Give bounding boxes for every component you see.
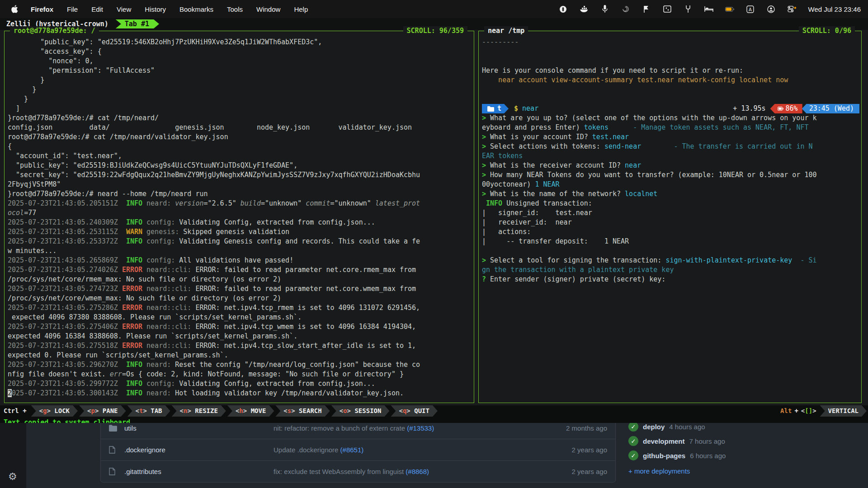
right-pane-title: near /tmp xyxy=(484,26,528,36)
terminal-line: config.json data/ genesis.json node_key.… xyxy=(8,123,473,132)
terminal-line: root@d778a97e59de:/# cat /tmp/neard/vali… xyxy=(8,132,473,142)
user-icon[interactable] xyxy=(767,5,776,14)
toggles-icon[interactable] xyxy=(788,5,797,14)
right-terminal-pane[interactable]: near /tmp SCROLL: 0/96 --------- Here is… xyxy=(478,31,862,403)
menu-help[interactable]: Help xyxy=(294,5,308,13)
terminal-line: ] xyxy=(8,104,473,113)
menu-bookmarks[interactable]: Bookmarks xyxy=(179,5,213,13)
terminal-line: 2025-07-23T21:43:05.240309Z INFO config:… xyxy=(8,218,473,227)
docker-icon[interactable] xyxy=(580,5,589,14)
terminal-line xyxy=(482,47,860,56)
left-terminal-pane[interactable]: root@d778a97e59de: / SCROLL: 96/359 "pub… xyxy=(4,31,474,403)
terminal-line: }root@d778a97e59de:/# neard --home /tmp/… xyxy=(8,189,473,199)
terminal-line: EAR tokens xyxy=(482,151,860,161)
keybind-move: <h> MOVE xyxy=(227,405,274,417)
prompt-dollar: $ xyxy=(514,104,518,113)
check-icon: ✓ xyxy=(628,436,638,446)
menu-edit[interactable]: Edit xyxy=(91,5,103,13)
deployment-name: development xyxy=(643,437,685,445)
keybind-pane: <p> PANE xyxy=(79,405,126,417)
folder-icon xyxy=(109,425,118,432)
terminal-line: > What are you up to? (select one of the… xyxy=(482,113,860,123)
commit-message[interactable]: Update .dockerignore (#8651) xyxy=(274,446,548,454)
keybind-prefix: Ctrl + xyxy=(0,405,31,417)
terminal-line: > Select a tool for signing the transact… xyxy=(482,256,860,265)
prompt-directory-badge: t xyxy=(482,104,509,113)
terminal-line: | signer_id: test.near xyxy=(482,208,860,218)
file-row-gitattributes[interactable]: .gitattributesfix: exclude test WebAssem… xyxy=(101,460,615,482)
terminal-line: 2025-07-23T21:43:05.253115Z WARN genesis… xyxy=(8,227,473,237)
menu-file[interactable]: File xyxy=(67,5,78,13)
terminal-line: expected 4096 87380 8388608. Please run … xyxy=(8,313,473,322)
fork-icon[interactable] xyxy=(684,5,693,14)
terminal-line: > What is the receiver account ID? near xyxy=(482,161,860,170)
commit-message[interactable]: nit: refactor: remove a bunch of extern … xyxy=(274,424,548,432)
terminal-line: expected 0. Please run `scripts/set_kern… xyxy=(8,351,473,360)
gear-icon[interactable]: ⚙ xyxy=(8,471,17,483)
more-deployments-link[interactable]: + more deployments xyxy=(628,467,778,475)
right-pane-scroll-indicator: SCROLL: 0/96 xyxy=(799,26,855,36)
terminal-line: "public_key": "ed25519:BJiUdkZeQCwsg9s4U… xyxy=(8,161,473,170)
menubar-menus: FileEditViewHistoryBookmarksToolsWindowH… xyxy=(67,5,321,13)
terminal-line: 2025-07-23T21:43:05.299772Z INFO config:… xyxy=(8,379,473,389)
svg-text:A: A xyxy=(749,7,752,12)
deployment-name: deploy xyxy=(643,423,665,431)
file-name[interactable]: .dockerignore xyxy=(124,446,274,454)
deployment-name: github-pages xyxy=(643,452,685,460)
terminal-line: w minutes... xyxy=(8,246,473,256)
terminal-line: "access_key": { xyxy=(8,47,473,56)
right-pane-content: --------- Here is your console command i… xyxy=(482,38,860,402)
flag-icon[interactable] xyxy=(642,5,651,14)
menu-window[interactable]: Window xyxy=(256,5,280,13)
microphone-icon[interactable] xyxy=(600,5,609,14)
terminal-line: /proc/sys/net/core/wmem_max: No such fil… xyxy=(8,294,473,303)
zellij-panes: root@d778a97e59de: / SCROLL: 96/359 "pub… xyxy=(0,30,868,405)
file-row-dockerignore[interactable]: .dockerignoreUpdate .dockerignore (#8651… xyxy=(101,439,615,460)
battery-badge: 86% xyxy=(770,104,802,113)
terminal-line: 2025-07-23T21:43:05.275286Z ERROR neard:… xyxy=(8,303,473,313)
commit-message[interactable]: fix: exclude test WebAssembly from lingu… xyxy=(274,468,548,475)
active-app-name[interactable]: Firefox xyxy=(31,5,53,13)
pr-link[interactable]: (#8868) xyxy=(406,468,429,475)
file-name[interactable]: utils xyxy=(124,424,274,432)
apple-icon[interactable] xyxy=(10,5,19,14)
keybind-quit: <q> QUIT xyxy=(391,405,437,417)
terminal-line: /proc/sys/net/core/rmem_max: No such fil… xyxy=(8,275,473,284)
swirl-icon[interactable] xyxy=(621,5,630,14)
screen-share-icon[interactable] xyxy=(663,5,672,14)
terminal-line: "secret_key": "ed25519:22wFdgQqux2q21heB… xyxy=(8,170,473,180)
deployment-age: 4 hours ago xyxy=(669,423,705,431)
terminal-line xyxy=(482,85,860,94)
bed-icon[interactable] xyxy=(704,5,713,14)
file-icon xyxy=(109,468,118,475)
macos-menubar: Firefox FileEditViewHistoryBookmarksTool… xyxy=(0,0,868,18)
browser-page-background: ⚙ utilsnit: refactor: remove a bunch of … xyxy=(0,423,868,488)
deployment-development[interactable]: ✓development7 hours ago xyxy=(628,434,778,448)
zellij-tab-1[interactable]: Tab #1 xyxy=(116,19,159,28)
record-icon[interactable] xyxy=(559,5,568,14)
pr-link[interactable]: (#13533) xyxy=(407,424,434,432)
battery-icon[interactable] xyxy=(725,5,734,14)
menu-view[interactable]: View xyxy=(117,5,131,13)
keybind-search: <s> SEARCH xyxy=(275,405,330,417)
terminal-line: 2025-07-23T21:43:05.275406Z ERROR neard:… xyxy=(8,322,473,332)
folder-icon xyxy=(487,106,494,112)
file-row-utils[interactable]: utilsnit: refactor: remove a bunch of ex… xyxy=(101,423,615,439)
menubar-clock[interactable]: Wed Jul 23 23:46 xyxy=(808,5,861,13)
menu-tools[interactable]: Tools xyxy=(227,5,243,13)
terminal-line xyxy=(482,246,860,256)
file-icon xyxy=(109,446,118,454)
menu-history[interactable]: History xyxy=(145,5,166,13)
zellij-status-bar: Ctrl + <g> LOCK<p> PANE<t> TAB<n> RESIZE… xyxy=(0,405,868,417)
input-source-icon[interactable]: A xyxy=(746,5,755,14)
file-name[interactable]: .gitattributes xyxy=(124,468,274,475)
deployment-github-pages[interactable]: ✓github-pages6 hours ago xyxy=(628,448,778,463)
terminal-line: 2025-07-23T21:43:05.274723Z ERROR neard:… xyxy=(8,284,473,294)
terminal-line: > What is your account ID? test.near xyxy=(482,132,860,142)
command-duration: + 13.95s xyxy=(733,104,765,113)
pr-link[interactable]: (#8651) xyxy=(340,446,364,454)
keybind-session: <o> SESSION xyxy=(331,405,390,417)
terminal-line: > Select actions with tokens: send-near … xyxy=(482,142,860,151)
terminal-line: expected 4096 16384 8388608. Please run … xyxy=(8,332,473,341)
deployment-deploy[interactable]: ✓deploy4 hours ago xyxy=(628,423,778,434)
